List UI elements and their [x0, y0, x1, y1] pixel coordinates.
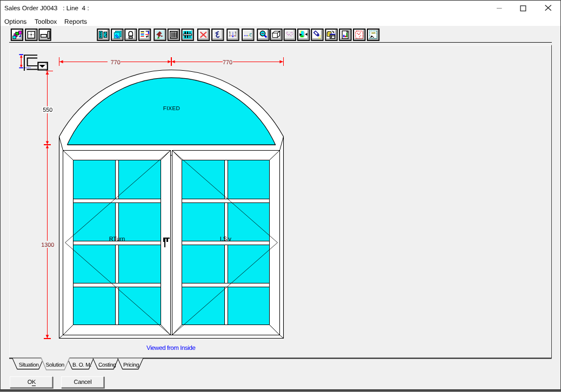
svg-text:FIXED: FIXED: [163, 106, 181, 112]
svg-text:1300: 1300: [41, 242, 54, 248]
svg-text:770: 770: [111, 59, 121, 66]
svg-text:Situation: Situation: [19, 362, 39, 368]
svg-text:I.Slv: I.Slv: [220, 236, 232, 242]
svg-text:770: 770: [223, 59, 232, 66]
svg-text:B. O. M.: B. O. M.: [72, 362, 91, 368]
svg-text:Costing: Costing: [98, 362, 116, 368]
svg-text:RTurn: RTurn: [109, 236, 125, 242]
svg-text:550: 550: [43, 107, 52, 113]
svg-text:Viewed from Inside: Viewed from Inside: [146, 345, 195, 352]
svg-text:Pricing: Pricing: [123, 362, 139, 368]
svg-text:Solution: Solution: [45, 362, 64, 368]
